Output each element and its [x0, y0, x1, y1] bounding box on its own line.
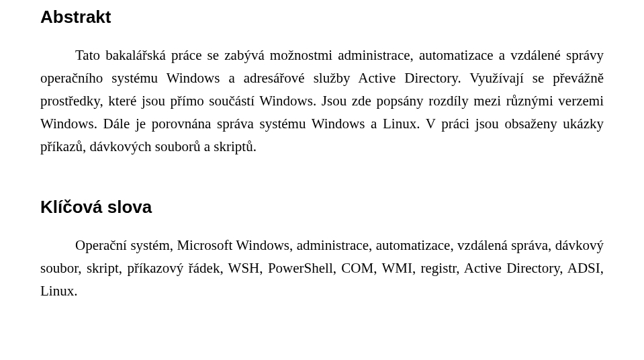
section-spacer [40, 178, 604, 197]
abstract-paragraph: Tato bakalářská práce se zabývá možnostm… [40, 44, 604, 158]
abstract-heading: Abstrakt [40, 7, 604, 28]
document-page: Abstrakt Tato bakalářská práce se zabývá… [0, 0, 644, 336]
keywords-heading: Klíčová slova [40, 197, 604, 218]
keywords-paragraph: Operační systém, Microsoft Windows, admi… [40, 234, 604, 302]
